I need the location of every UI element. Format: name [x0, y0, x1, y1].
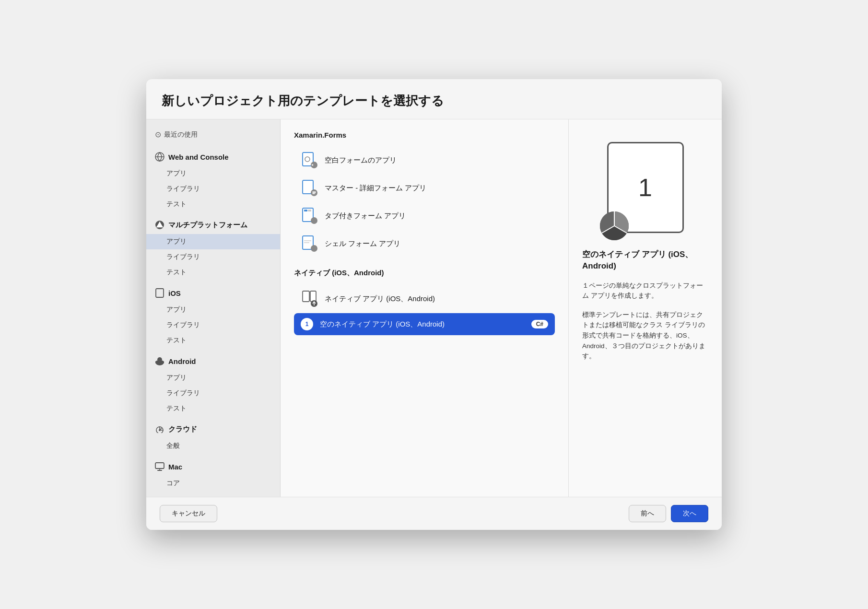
sidebar-category-mac[interactable]: Mac	[146, 457, 280, 476]
svg-rect-7	[156, 361, 163, 363]
next-button[interactable]: 次へ	[671, 505, 708, 522]
sidebar-category-mac-label: Mac	[168, 463, 182, 471]
preview-title: 空のネイティブ アプリ (iOS、Android)	[582, 249, 708, 272]
android-icon	[155, 356, 164, 366]
sidebar-item-android-app[interactable]: アプリ	[146, 370, 280, 386]
template-item-native-app[interactable]: ネイティブ アプリ (iOS、Android)	[294, 285, 555, 312]
right-panel: 1	[568, 119, 722, 497]
blank-native-number-badge: 1	[301, 318, 313, 330]
dialog-title: 新しいプロジェクト用のテンプレートを選択する	[162, 93, 706, 109]
blank-native-label: 空のネイティブ アプリ (iOS、Android)	[320, 320, 445, 329]
sidebar-category-multiplatform[interactable]: マルチプラットフォーム	[146, 216, 280, 234]
svg-point-25	[311, 245, 317, 252]
sidebar-item-ios-test[interactable]: テスト	[146, 333, 280, 348]
sidebar-item-ios-lib[interactable]: ライブラリ	[146, 317, 280, 333]
sidebar-section-mac: Mac コア	[146, 457, 280, 491]
prev-button[interactable]: 前へ	[629, 505, 666, 522]
tabbed-forms-icon	[301, 207, 318, 224]
sidebar-item-cloud-general[interactable]: 全般	[146, 438, 280, 454]
dialog-body: ⊙ 最近の使用 Web and Console アプリ ライブラリ	[146, 119, 722, 497]
sidebar-item-web-lib[interactable]: ライブラリ	[146, 181, 280, 197]
master-detail-icon	[301, 179, 318, 197]
sidebar-item-android-lib[interactable]: ライブラリ	[146, 386, 280, 401]
sidebar-recent[interactable]: ⊙ 最近の使用	[146, 125, 280, 144]
sidebar-item-multi-app[interactable]: アプリ	[146, 234, 280, 249]
shell-forms-icon	[301, 235, 318, 252]
sidebar-item-multi-test[interactable]: テスト	[146, 265, 280, 280]
sidebar-category-android[interactable]: Android	[146, 352, 280, 370]
sidebar-section-ios: iOS アプリ ライブラリ テスト	[146, 284, 280, 348]
sidebar-category-web-console-label: Web and Console	[168, 153, 229, 161]
native-app-icon	[301, 290, 318, 307]
svg-rect-28	[303, 291, 309, 302]
sidebar-category-ios[interactable]: iOS	[146, 284, 280, 302]
cloud-icon	[155, 424, 164, 434]
tabbed-forms-label: タブ付きフォーム アプリ	[325, 211, 406, 221]
svg-rect-12	[155, 463, 164, 468]
footer-left: キャンセル	[160, 505, 217, 522]
svg-rect-29	[310, 291, 316, 302]
svg-rect-3	[156, 289, 164, 297]
sidebar-section-android: Android アプリ ライブラリ テスト	[146, 352, 280, 416]
sidebar-section-multiplatform: マルチプラットフォーム アプリ ライブラリ テスト	[146, 216, 280, 280]
blank-forms-icon	[301, 152, 318, 169]
sidebar-item-android-test[interactable]: テスト	[146, 401, 280, 416]
sidebar: ⊙ 最近の使用 Web and Console アプリ ライブラリ	[146, 119, 281, 497]
sidebar-category-ios-label: iOS	[168, 289, 181, 297]
sidebar-item-multi-lib[interactable]: ライブラリ	[146, 249, 280, 265]
sidebar-category-cloud[interactable]: クラウド	[146, 420, 280, 438]
sidebar-item-web-test[interactable]: テスト	[146, 197, 280, 212]
svg-rect-9	[163, 361, 164, 363]
dialog-window: 新しいプロジェクト用のテンプレートを選択する ⊙ 最近の使用	[146, 79, 722, 530]
footer-right: 前へ 次へ	[629, 505, 708, 522]
cancel-button[interactable]: キャンセル	[160, 505, 217, 522]
svg-point-21	[311, 217, 317, 224]
sidebar-category-android-label: Android	[168, 357, 196, 365]
sidebar-category-multiplatform-label: マルチプラットフォーム	[168, 221, 247, 230]
ios-icon	[155, 288, 164, 298]
multiplatform-icon	[155, 220, 164, 230]
xamarin-forms-header: Xamarin.Forms	[294, 131, 555, 139]
sidebar-section-cloud: クラウド 全般	[146, 420, 280, 454]
svg-rect-4	[158, 288, 162, 289]
preview-pie-chart	[598, 209, 631, 243]
blank-forms-label: 空白フォームのアプリ	[325, 156, 397, 165]
preview-number: 1	[638, 173, 652, 202]
mac-icon	[155, 462, 164, 471]
template-list-native: ネイティブ アプリ (iOS、Android) 1 空のネイティブ アプリ (i…	[294, 285, 555, 335]
template-item-shell-forms[interactable]: シェル フォーム アプリ	[294, 230, 555, 257]
svg-rect-8	[155, 361, 156, 363]
dialog-header: 新しいプロジェクト用のテンプレートを選択する	[146, 79, 722, 119]
preview-icon-container: 1	[607, 142, 684, 233]
svg-rect-22	[304, 210, 307, 211]
template-list-forms: 空白フォームのアプリ マスター - 詳細フォーム アプリ	[294, 147, 555, 257]
shell-forms-label: シェル フォーム アプリ	[325, 239, 400, 248]
template-item-blank-native[interactable]: 1 空のネイティブ アプリ (iOS、Android) C#	[294, 313, 555, 335]
sidebar-category-web-console[interactable]: Web and Console	[146, 148, 280, 166]
native-app-label: ネイティブ アプリ (iOS、Android)	[325, 294, 435, 304]
sidebar-category-cloud-label: クラウド	[168, 425, 197, 434]
sidebar-item-web-app[interactable]: アプリ	[146, 166, 280, 181]
template-item-blank-forms[interactable]: 空白フォームのアプリ	[294, 147, 555, 174]
sidebar-item-ios-app[interactable]: アプリ	[146, 302, 280, 317]
preview-desc-1: １ページの単純なクロスプラットフォーム アプリを作成します。	[582, 281, 708, 301]
native-header: ネイティブ (iOS、Android)	[294, 269, 555, 278]
preview-desc-2: 標準テンプレートには、共有プロジェクトまたは移植可能なクラス ライブラリの形式で…	[582, 310, 708, 362]
sidebar-section-web-console: Web and Console アプリ ライブラリ テスト	[146, 148, 280, 212]
master-detail-label: マスター - 詳細フォーム アプリ	[325, 184, 427, 193]
dialog-footer: キャンセル 前へ 次へ	[146, 497, 722, 530]
recent-icon: ⊙	[155, 130, 161, 139]
csharp-badge: C#	[531, 320, 548, 328]
sidebar-recent-label: 最近の使用	[164, 130, 198, 139]
template-item-tabbed-forms[interactable]: タブ付きフォーム アプリ	[294, 202, 555, 229]
template-item-master-detail[interactable]: マスター - 詳細フォーム アプリ	[294, 175, 555, 201]
svg-rect-23	[308, 210, 311, 211]
preview-area: 1	[582, 135, 708, 240]
web-console-icon	[155, 152, 164, 162]
sidebar-item-mac-app[interactable]: コア	[146, 476, 280, 491]
main-content: Xamarin.Forms 空白フォームのアプリ	[281, 119, 568, 497]
